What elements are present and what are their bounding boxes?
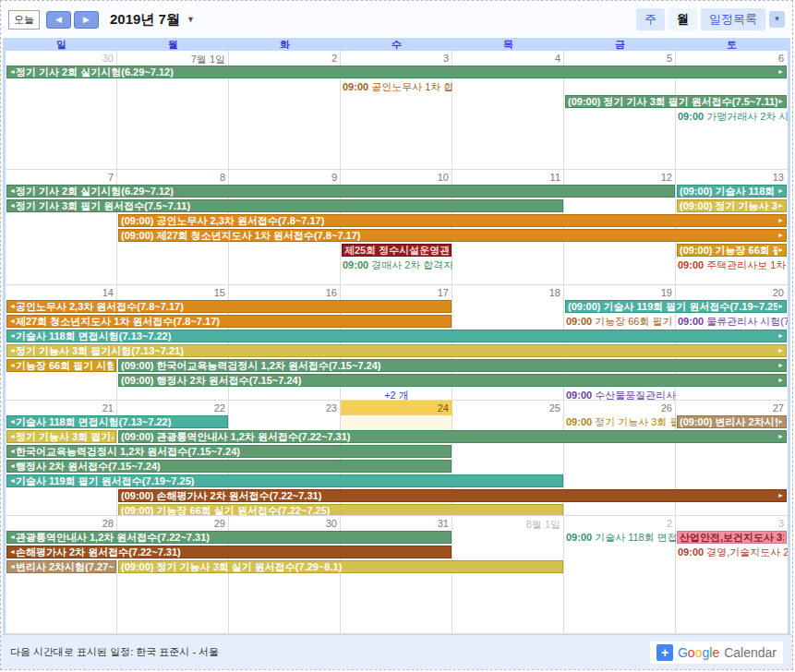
date-cell[interactable]: 7월 1일 <box>117 51 229 66</box>
event-bar[interactable]: ◄정기 기사 2회 실기시험(6.29~7.12)► <box>6 66 787 78</box>
week-events: ◄정기 기사 2회 실기시험(6.29~7.12)(09:00) 기술사 118… <box>6 185 788 273</box>
date-cell[interactable]: 9 <box>229 170 341 185</box>
event-bar[interactable]: ◄변리사 2차시험(7.27~7.28) <box>6 560 116 573</box>
date-cell[interactable]: 10 <box>341 170 452 185</box>
event-title: 기능장 66회 필기 합격자 <box>595 315 676 328</box>
event-bar[interactable]: ◄행정사 2차 원서접수(7.15~7.24) <box>6 460 452 473</box>
agenda-dropdown-caret[interactable]: ▼ <box>769 11 785 28</box>
timed-event[interactable]: 09:00정기 기능사 3회 필기 <box>564 415 676 428</box>
timed-event[interactable]: 09:00주택관리사보 1차 시험 <box>676 258 788 271</box>
event-bar[interactable]: (09:00) 정기 기능사 3회 실기 원서접수(7.29~8.1) <box>118 560 563 573</box>
timed-event[interactable]: 09:00기술사 118회 면접 <box>564 531 676 544</box>
date-row: 14151617181920 <box>6 285 788 300</box>
date-cell[interactable]: 14 <box>6 285 117 300</box>
date-cell[interactable]: 24 <box>341 401 452 415</box>
date-cell[interactable]: 18 <box>452 285 564 300</box>
event-title: 경영,기술지도사 2차 <box>706 546 788 558</box>
google-calendar-button[interactable]: + Google Calendar <box>650 642 783 664</box>
date-cell[interactable]: 2 <box>229 51 341 66</box>
event-bar[interactable]: ◄공인노무사 2,3차 원서접수(7.8~7.17) <box>6 300 452 313</box>
date-cell[interactable]: 26 <box>564 401 676 415</box>
event-bar[interactable]: (09:00) 제27회 청소년지도사 1차 원서접수(7.8~7.17)► <box>118 229 787 242</box>
more-events-link[interactable]: +2 개 <box>341 389 452 401</box>
date-cell[interactable]: 4 <box>452 51 564 66</box>
event-bar[interactable]: ◄기술사 119회 필기 원서접수(7.19~7.25) <box>6 474 563 487</box>
continues-left-icon: ◄ <box>9 200 16 211</box>
date-cell[interactable]: 21 <box>6 401 117 415</box>
date-cell[interactable]: 16 <box>229 285 341 300</box>
event-bar[interactable]: (09:00) 관광통역안내사 1,2차 원서접수(7.22~7.31)► <box>118 430 787 443</box>
month-dropdown-caret[interactable]: ▼ <box>187 15 195 24</box>
event-bar[interactable]: ◄손해평가사 2차 원서접수(7.22~7.31) <box>6 546 452 558</box>
timed-event[interactable]: 09:00공인노무사 1차 합격자 <box>341 80 452 93</box>
calendar-week: 307월 1일23456◄정기 기사 2회 실기시험(6.29~7.12)►09… <box>6 51 788 170</box>
prev-icon: ◀ <box>55 15 62 24</box>
date-cell[interactable]: 17 <box>341 285 452 300</box>
timed-event[interactable]: 09:00수산물품질관리사 1 <box>564 389 676 401</box>
timed-event[interactable]: 09:00물류관리사 시험(7.20) <box>676 315 788 328</box>
tab-week[interactable]: 주 <box>636 8 665 30</box>
event-bar[interactable]: 산업안전,보건지도사 3차 <box>677 531 787 544</box>
timed-event[interactable]: 09:00가맹거래사 2차 시험 <box>676 110 788 123</box>
event-bar[interactable]: ◄제27회 청소년지도사 1차 원서접수(7.8~7.17) <box>6 315 452 328</box>
date-cell[interactable]: 11 <box>452 170 564 185</box>
timed-event[interactable]: 09:00기능장 66회 필기 합격자 <box>564 315 676 328</box>
event-bar[interactable]: ◄기능장 66회 필기 시험 <box>6 359 116 372</box>
date-cell[interactable]: 3 <box>676 516 788 532</box>
event-bar[interactable]: (09:00) 기능장 66회 실기 원서접수(7.22~7.25) <box>118 504 563 516</box>
event-bar[interactable]: ◄정기 기능사 3회 필기시험(7.13~7.21) <box>6 430 116 443</box>
event-bar[interactable]: ◄한국어교육능력검정시 1,2차 원서접수(7.15~7.24) <box>6 445 452 458</box>
date-cell[interactable]: 8 <box>117 170 229 185</box>
next-month-button[interactable]: ▶ <box>74 11 99 29</box>
event-bar[interactable]: (09:00) 기술사 119회 필기 원서접수(7.19~7.25)► <box>565 300 787 313</box>
weekday-header-thu: 목 <box>452 38 564 51</box>
event-bar[interactable]: (09:00) 행정사 2차 원서접수(7.15~7.24)► <box>118 374 787 387</box>
event-title: 정기 기능사 3회 필기 <box>595 415 676 428</box>
tab-agenda[interactable]: 일정목록 <box>701 8 765 30</box>
date-cell[interactable]: 20 <box>676 285 788 300</box>
event-time: 09:00 <box>678 546 704 558</box>
date-cell[interactable]: 6 <box>676 51 788 66</box>
date-cell[interactable]: 19 <box>564 285 676 300</box>
event-bar[interactable]: ◄정기 기사 2회 실기시험(6.29~7.12) <box>6 185 675 198</box>
event-bar[interactable]: (09:00) 한국어교육능력검정시 1,2차 원서접수(7.15~7.24)► <box>118 359 787 372</box>
date-cell[interactable]: 15 <box>117 285 229 300</box>
date-cell[interactable]: 25 <box>452 401 564 415</box>
date-cell[interactable]: 28 <box>6 516 117 532</box>
event-title: 정기 기능사 3회 필기시험(7.13~7.21) <box>16 431 114 442</box>
event-bar[interactable]: (09:00) 정기 기능사 3회 필기시험(7.13~7.21)► <box>677 199 787 212</box>
date-cell[interactable]: 13 <box>676 170 788 185</box>
event-bar[interactable]: (09:00) 공인노무사 2,3차 원서접수(7.8~7.17)► <box>118 214 787 227</box>
tab-month[interactable]: 월 <box>669 8 697 30</box>
event-bar[interactable]: 제25회 정수시설운영관리사 <box>342 244 452 257</box>
date-cell[interactable]: 3 <box>341 51 452 66</box>
timed-event[interactable]: 09:00경매사 2차 합격자 발표 <box>341 258 452 271</box>
date-cell[interactable]: 30 <box>6 51 117 66</box>
event-bar[interactable]: (09:00) 기능장 66회 필기 시험► <box>677 244 787 257</box>
event-bar[interactable]: (09:00) 변리사 2차시험(7.27~7.28)► <box>677 415 787 428</box>
date-cell[interactable]: 31 <box>341 516 452 532</box>
date-cell[interactable]: 8월 1일 <box>452 516 564 532</box>
event-bar[interactable]: ◄정기 기능사 3회 필기시험(7.13~7.21)► <box>6 344 787 357</box>
event-bar[interactable]: ◄기술사 118회 면접시험(7.13~7.22)► <box>6 330 787 342</box>
event-bar[interactable]: (09:00) 기술사 118회 면접시험(7.13~7.22)► <box>677 185 787 198</box>
date-cell[interactable]: 5 <box>564 51 676 66</box>
date-cell[interactable]: 22 <box>117 401 229 415</box>
date-cell[interactable]: 30 <box>229 516 341 532</box>
event-bar[interactable]: ◄기술사 118회 면접시험(7.13~7.22) <box>6 415 228 428</box>
event-bar[interactable]: (09:00) 정기 기사 3회 필기 원서접수(7.5~7.11)► <box>565 95 787 108</box>
today-button[interactable]: 오늘 <box>8 10 40 30</box>
event-bar[interactable]: (09:00) 손해평가사 2차 원서접수(7.22~7.31)► <box>118 489 787 502</box>
date-cell[interactable]: 12 <box>564 170 676 185</box>
event-bar[interactable]: ◄관광통역안내사 1,2차 원서접수(7.22~7.31) <box>6 531 452 544</box>
timed-event[interactable]: 09:00경영,기술지도사 2차 <box>676 546 788 558</box>
date-cell[interactable]: 2 <box>564 516 676 532</box>
date-cell[interactable]: 27 <box>676 401 788 415</box>
date-cell[interactable]: 7 <box>6 170 117 185</box>
date-cell[interactable]: 29 <box>117 516 229 532</box>
event-time: 09:00 <box>566 531 592 544</box>
event-bar[interactable]: ◄정기 기사 3회 필기 원서접수(7.5~7.11) <box>6 199 563 212</box>
weekday-header-tue: 화 <box>229 38 341 51</box>
prev-month-button[interactable]: ◀ <box>46 11 71 29</box>
date-cell[interactable]: 23 <box>229 401 341 415</box>
